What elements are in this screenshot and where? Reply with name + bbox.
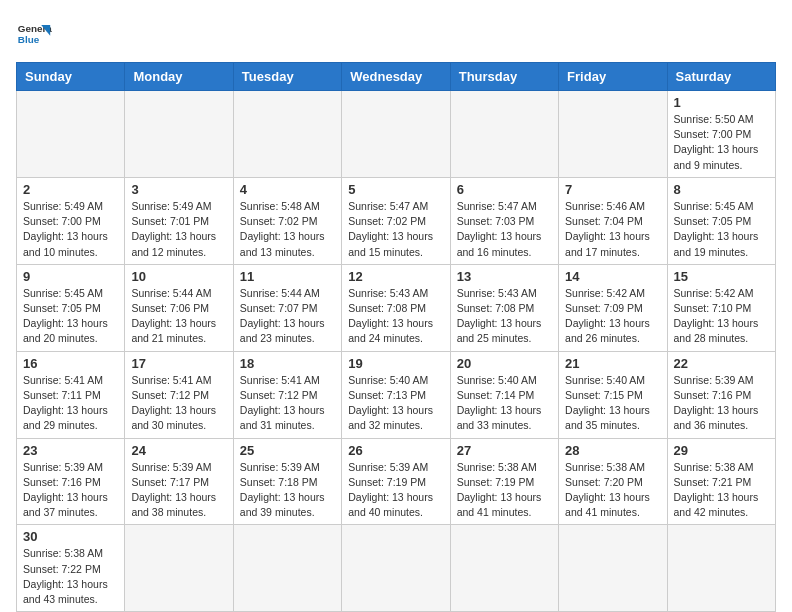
calendar-cell: 20Sunrise: 5:40 AMSunset: 7:14 PMDayligh… [450,351,558,438]
day-number: 22 [674,356,769,371]
calendar-cell: 26Sunrise: 5:39 AMSunset: 7:19 PMDayligh… [342,438,450,525]
day-number: 8 [674,182,769,197]
weekday-header-sunday: Sunday [17,63,125,91]
calendar-cell: 8Sunrise: 5:45 AMSunset: 7:05 PMDaylight… [667,177,775,264]
day-number: 26 [348,443,443,458]
calendar-cell [450,525,558,612]
day-info: Sunrise: 5:43 AMSunset: 7:08 PMDaylight:… [457,286,552,347]
calendar-cell: 25Sunrise: 5:39 AMSunset: 7:18 PMDayligh… [233,438,341,525]
calendar-cell: 13Sunrise: 5:43 AMSunset: 7:08 PMDayligh… [450,264,558,351]
calendar-cell: 28Sunrise: 5:38 AMSunset: 7:20 PMDayligh… [559,438,667,525]
calendar-cell [342,91,450,178]
day-info: Sunrise: 5:44 AMSunset: 7:06 PMDaylight:… [131,286,226,347]
day-info: Sunrise: 5:39 AMSunset: 7:17 PMDaylight:… [131,460,226,521]
calendar-cell: 27Sunrise: 5:38 AMSunset: 7:19 PMDayligh… [450,438,558,525]
day-info: Sunrise: 5:47 AMSunset: 7:02 PMDaylight:… [348,199,443,260]
day-info: Sunrise: 5:48 AMSunset: 7:02 PMDaylight:… [240,199,335,260]
day-number: 7 [565,182,660,197]
day-number: 25 [240,443,335,458]
day-info: Sunrise: 5:44 AMSunset: 7:07 PMDaylight:… [240,286,335,347]
day-number: 29 [674,443,769,458]
day-number: 15 [674,269,769,284]
day-number: 21 [565,356,660,371]
calendar-cell: 16Sunrise: 5:41 AMSunset: 7:11 PMDayligh… [17,351,125,438]
day-number: 14 [565,269,660,284]
calendar-cell: 5Sunrise: 5:47 AMSunset: 7:02 PMDaylight… [342,177,450,264]
day-number: 6 [457,182,552,197]
calendar-cell: 22Sunrise: 5:39 AMSunset: 7:16 PMDayligh… [667,351,775,438]
calendar-cell: 18Sunrise: 5:41 AMSunset: 7:12 PMDayligh… [233,351,341,438]
day-number: 16 [23,356,118,371]
day-number: 27 [457,443,552,458]
day-info: Sunrise: 5:43 AMSunset: 7:08 PMDaylight:… [348,286,443,347]
day-info: Sunrise: 5:38 AMSunset: 7:22 PMDaylight:… [23,546,118,607]
day-info: Sunrise: 5:41 AMSunset: 7:11 PMDaylight:… [23,373,118,434]
day-number: 24 [131,443,226,458]
day-info: Sunrise: 5:49 AMSunset: 7:00 PMDaylight:… [23,199,118,260]
calendar-cell [233,525,341,612]
day-number: 9 [23,269,118,284]
day-info: Sunrise: 5:41 AMSunset: 7:12 PMDaylight:… [131,373,226,434]
weekday-header-wednesday: Wednesday [342,63,450,91]
calendar-cell: 17Sunrise: 5:41 AMSunset: 7:12 PMDayligh… [125,351,233,438]
calendar-cell: 9Sunrise: 5:45 AMSunset: 7:05 PMDaylight… [17,264,125,351]
calendar-cell [125,525,233,612]
day-info: Sunrise: 5:42 AMSunset: 7:10 PMDaylight:… [674,286,769,347]
calendar-cell [342,525,450,612]
day-number: 12 [348,269,443,284]
day-info: Sunrise: 5:39 AMSunset: 7:18 PMDaylight:… [240,460,335,521]
weekday-header-thursday: Thursday [450,63,558,91]
calendar-cell: 4Sunrise: 5:48 AMSunset: 7:02 PMDaylight… [233,177,341,264]
calendar-week-4: 16Sunrise: 5:41 AMSunset: 7:11 PMDayligh… [17,351,776,438]
calendar-cell: 2Sunrise: 5:49 AMSunset: 7:00 PMDaylight… [17,177,125,264]
day-info: Sunrise: 5:38 AMSunset: 7:19 PMDaylight:… [457,460,552,521]
logo: General Blue [16,16,52,52]
calendar-week-6: 30Sunrise: 5:38 AMSunset: 7:22 PMDayligh… [17,525,776,612]
day-number: 20 [457,356,552,371]
day-info: Sunrise: 5:38 AMSunset: 7:20 PMDaylight:… [565,460,660,521]
day-number: 13 [457,269,552,284]
day-info: Sunrise: 5:46 AMSunset: 7:04 PMDaylight:… [565,199,660,260]
day-info: Sunrise: 5:42 AMSunset: 7:09 PMDaylight:… [565,286,660,347]
day-info: Sunrise: 5:39 AMSunset: 7:16 PMDaylight:… [674,373,769,434]
day-number: 3 [131,182,226,197]
calendar-cell [17,91,125,178]
day-info: Sunrise: 5:38 AMSunset: 7:21 PMDaylight:… [674,460,769,521]
day-info: Sunrise: 5:45 AMSunset: 7:05 PMDaylight:… [674,199,769,260]
day-info: Sunrise: 5:39 AMSunset: 7:19 PMDaylight:… [348,460,443,521]
calendar-cell: 14Sunrise: 5:42 AMSunset: 7:09 PMDayligh… [559,264,667,351]
calendar-cell [667,525,775,612]
day-info: Sunrise: 5:40 AMSunset: 7:15 PMDaylight:… [565,373,660,434]
calendar-cell: 29Sunrise: 5:38 AMSunset: 7:21 PMDayligh… [667,438,775,525]
calendar-cell [450,91,558,178]
day-number: 2 [23,182,118,197]
calendar-cell: 1Sunrise: 5:50 AMSunset: 7:00 PMDaylight… [667,91,775,178]
calendar-cell: 19Sunrise: 5:40 AMSunset: 7:13 PMDayligh… [342,351,450,438]
calendar-week-3: 9Sunrise: 5:45 AMSunset: 7:05 PMDaylight… [17,264,776,351]
calendar-week-2: 2Sunrise: 5:49 AMSunset: 7:00 PMDaylight… [17,177,776,264]
day-number: 30 [23,529,118,544]
calendar-cell: 15Sunrise: 5:42 AMSunset: 7:10 PMDayligh… [667,264,775,351]
day-number: 18 [240,356,335,371]
day-number: 17 [131,356,226,371]
calendar-cell [125,91,233,178]
day-info: Sunrise: 5:39 AMSunset: 7:16 PMDaylight:… [23,460,118,521]
svg-text:Blue: Blue [18,34,40,45]
day-number: 1 [674,95,769,110]
calendar-cell: 30Sunrise: 5:38 AMSunset: 7:22 PMDayligh… [17,525,125,612]
weekday-header-friday: Friday [559,63,667,91]
day-info: Sunrise: 5:49 AMSunset: 7:01 PMDaylight:… [131,199,226,260]
calendar-cell [233,91,341,178]
weekday-header-monday: Monday [125,63,233,91]
calendar-cell: 23Sunrise: 5:39 AMSunset: 7:16 PMDayligh… [17,438,125,525]
day-info: Sunrise: 5:47 AMSunset: 7:03 PMDaylight:… [457,199,552,260]
weekday-header-tuesday: Tuesday [233,63,341,91]
day-info: Sunrise: 5:40 AMSunset: 7:14 PMDaylight:… [457,373,552,434]
calendar-cell: 6Sunrise: 5:47 AMSunset: 7:03 PMDaylight… [450,177,558,264]
calendar-cell: 11Sunrise: 5:44 AMSunset: 7:07 PMDayligh… [233,264,341,351]
calendar-cell: 7Sunrise: 5:46 AMSunset: 7:04 PMDaylight… [559,177,667,264]
day-number: 23 [23,443,118,458]
calendar-cell: 12Sunrise: 5:43 AMSunset: 7:08 PMDayligh… [342,264,450,351]
day-number: 4 [240,182,335,197]
day-info: Sunrise: 5:41 AMSunset: 7:12 PMDaylight:… [240,373,335,434]
